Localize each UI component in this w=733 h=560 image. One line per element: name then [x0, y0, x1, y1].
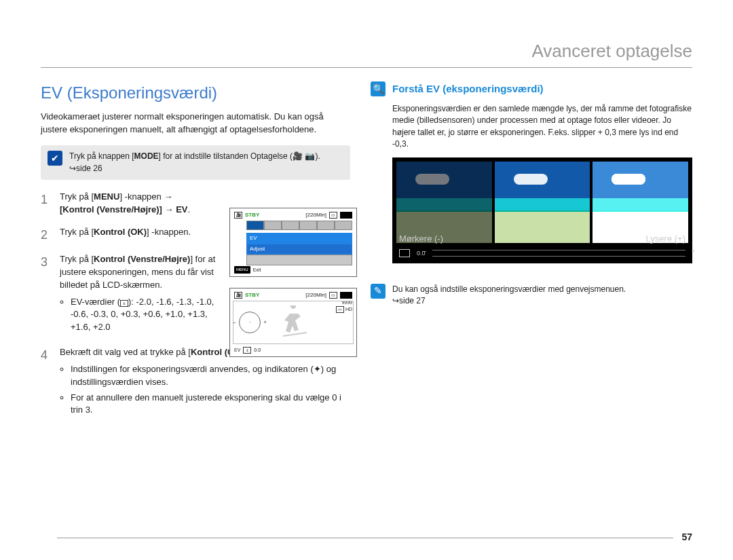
- left-column: EV (Eksponeringsværdi) Videokameraet jus…: [41, 81, 350, 429]
- ev-values-bullet: EV-værdier (±): -2.0, -1.6, -1.3, -1.0, …: [71, 296, 229, 335]
- note-icon: ✎: [371, 284, 386, 299]
- stby-label: STBY: [245, 291, 259, 299]
- section-title: EV (Eksponeringsværdi): [41, 81, 350, 105]
- step-number: 4: [41, 346, 52, 419]
- camera-mode-icon: 🎥: [234, 212, 242, 219]
- lcd-mockups: 🎥 STBY [220Min] ▭: [229, 208, 360, 368]
- mode-note-text: Tryk på knappen [MODE] for at indstille …: [69, 151, 343, 174]
- ev-value: 0.0: [254, 347, 261, 354]
- time-remaining: [220Min]: [305, 291, 326, 299]
- skater-silhouette-icon: [276, 305, 310, 339]
- card-icon: ▭: [329, 292, 337, 299]
- step-number: 2: [41, 226, 52, 244]
- tip-page-ref: ↪side 27: [392, 296, 426, 305]
- menu-row-adjust: Adjust: [246, 244, 352, 255]
- exposure-compare: Mørkere (-) Lysere (+) 0.0: [392, 157, 692, 263]
- menu-row-ev: EV: [246, 233, 352, 244]
- ev-nav-control-icon: ·: [239, 312, 261, 333]
- ev-value-icon: ±: [243, 347, 251, 354]
- lcd-screen-menu: 🎥 STBY [220Min] ▭: [229, 208, 357, 277]
- page-number: 57: [681, 531, 692, 542]
- checkmark-icon: ✔: [48, 151, 62, 166]
- ev-slider-track: [432, 250, 685, 257]
- step-number: 3: [41, 253, 52, 337]
- dark-label: Mørkere (-): [399, 233, 443, 246]
- mode-note-box: ✔ Tryk på knappen [MODE] for at indstill…: [41, 145, 350, 180]
- step4-bullet-2: For at annullere den manuelt justerede e…: [71, 392, 350, 417]
- info-header: 🔍 Forstå EV (eksponeringsværdi): [371, 81, 692, 96]
- battery-icon: [340, 292, 352, 299]
- ev-icon: ±: [120, 300, 128, 307]
- light-label: Lysere (+): [646, 233, 685, 246]
- tip-text: Du kan også indstille eksponeringsværdie…: [392, 284, 626, 294]
- lcd-screen-adjust: 🎥 STBY [220Min] ▭ 9999 ▭ HD ·: [229, 288, 357, 357]
- ev-label: EV: [234, 347, 240, 354]
- stby-label: STBY: [245, 211, 259, 219]
- intro-text: Videokameraet justerer normalt eksponeri…: [41, 111, 350, 136]
- info-icon: 🔍: [371, 81, 386, 96]
- camera-mode-icon: 🎥: [234, 292, 242, 299]
- step-number: 1: [41, 191, 52, 217]
- card-icon: ▭: [329, 212, 337, 219]
- svg-line-0: [283, 333, 307, 336]
- battery-icon: [340, 212, 352, 219]
- info-title: Forstå EV (eksponeringsværdi): [392, 81, 544, 96]
- ev-indicator-icon: [399, 249, 410, 257]
- exit-label: Exit: [253, 267, 261, 274]
- page-header: Avanceret optagelse: [41, 41, 692, 68]
- info-text: Eksponeringsværdien er den samlede mængd…: [392, 103, 692, 151]
- right-column: 🔍 Forstå EV (eksponeringsværdi) Eksponer…: [371, 81, 692, 429]
- time-remaining: [220Min]: [305, 211, 326, 219]
- menu-row-empty: [246, 255, 352, 265]
- header-title: Avanceret optagelse: [531, 41, 692, 61]
- menu-button-label: MENU: [234, 266, 250, 274]
- tip-block: ✎ Du kan også indstille eksponeringsværd…: [371, 284, 692, 307]
